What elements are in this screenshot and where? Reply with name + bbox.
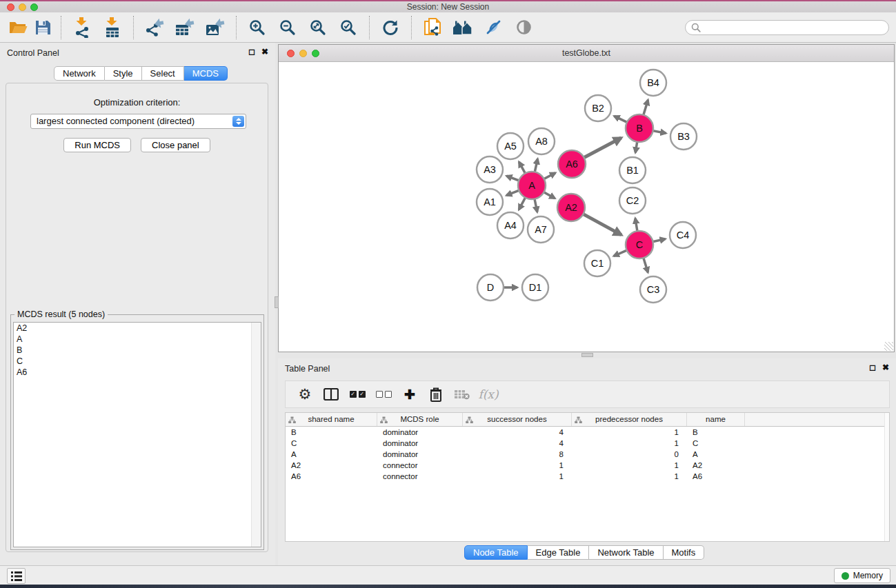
result-list-item[interactable]: A2 bbox=[14, 323, 261, 334]
tab-motifs[interactable]: Motifs bbox=[664, 545, 705, 560]
tab-network-table[interactable]: Network Table bbox=[589, 545, 663, 560]
table-scrollbar[interactable] bbox=[884, 413, 889, 541]
column-header-predecessor-nodes[interactable]: predecessor nodes bbox=[572, 413, 687, 426]
optimization-criterion-dropdown[interactable]: largest connected component (directed) bbox=[30, 114, 246, 129]
window-resize-grip[interactable] bbox=[884, 342, 893, 351]
table-header-row[interactable]: shared nameMCDS rolesuccessor nodesprede… bbox=[286, 413, 889, 427]
add-column-button[interactable]: ✚ bbox=[401, 385, 418, 403]
zoom-in-button[interactable] bbox=[242, 16, 272, 39]
table-cell[interactable]: A bbox=[687, 449, 745, 460]
column-header-successor-nodes[interactable]: successor nodes bbox=[463, 413, 572, 426]
table-cell[interactable]: 1 bbox=[572, 427, 687, 438]
export-image-button[interactable] bbox=[200, 16, 230, 39]
split-view-button[interactable] bbox=[323, 385, 339, 403]
close-panel-button[interactable]: Close panel bbox=[141, 138, 210, 152]
clone-network-button[interactable] bbox=[417, 16, 448, 39]
network-node-C3[interactable]: C3 bbox=[640, 276, 666, 303]
network-close-button[interactable] bbox=[287, 50, 295, 57]
node-table[interactable]: shared nameMCDS rolesuccessor nodesprede… bbox=[285, 412, 890, 542]
network-node-B2[interactable]: B2 bbox=[585, 95, 611, 121]
network-window-titlebar[interactable]: testGlobe.txt bbox=[279, 45, 894, 62]
table-settings-button[interactable]: ⚙ bbox=[297, 385, 313, 403]
network-node-A5[interactable]: A5 bbox=[497, 133, 524, 159]
task-history-button[interactable] bbox=[7, 568, 26, 584]
export-table-button[interactable] bbox=[170, 16, 200, 39]
table-cell[interactable]: 4 bbox=[463, 438, 572, 449]
table-cell[interactable]: dominator bbox=[377, 438, 463, 449]
open-session-button[interactable] bbox=[6, 16, 30, 39]
result-list-item[interactable]: C bbox=[14, 356, 261, 367]
tab-network[interactable]: Network bbox=[54, 66, 105, 81]
import-table-button[interactable] bbox=[97, 16, 128, 39]
network-node-A7[interactable]: A7 bbox=[528, 216, 554, 243]
network-node-A6[interactable]: A6 bbox=[558, 150, 586, 178]
table-row[interactable]: Bdominator41B bbox=[286, 427, 889, 438]
search-box[interactable] bbox=[685, 20, 889, 35]
table-cell[interactable]: A6 bbox=[687, 471, 745, 482]
tab-select[interactable]: Select bbox=[142, 66, 184, 81]
edge-A2-C[interactable] bbox=[581, 213, 621, 234]
table-cell[interactable]: A6 bbox=[286, 471, 377, 482]
mcds-result-list[interactable]: A2ABCA6 bbox=[13, 322, 261, 547]
edge-A6-B[interactable] bbox=[582, 138, 621, 159]
table-cell[interactable]: 4 bbox=[463, 427, 572, 438]
table-row[interactable]: A2connector11A2 bbox=[286, 460, 889, 471]
tab-edge-table[interactable]: Edge Table bbox=[528, 545, 590, 560]
zoom-selected-button[interactable] bbox=[333, 16, 364, 39]
table-cell[interactable]: C bbox=[286, 438, 377, 449]
column-header-shared-name[interactable]: shared name bbox=[286, 413, 377, 426]
result-list-item[interactable]: A bbox=[14, 334, 261, 345]
network-node-B1[interactable]: B1 bbox=[619, 157, 646, 183]
select-all-button[interactable]: ✓✓ bbox=[349, 385, 366, 403]
table-cell[interactable]: 1 bbox=[572, 460, 687, 471]
network-node-D1[interactable]: D1 bbox=[522, 274, 548, 301]
result-list-item[interactable]: B bbox=[14, 345, 261, 356]
table-cell[interactable]: 1 bbox=[463, 460, 572, 471]
column-header-mcds-role[interactable]: MCDS role bbox=[377, 413, 463, 426]
zoom-out-button[interactable] bbox=[272, 16, 303, 39]
show-graphics-details-button[interactable] bbox=[508, 16, 539, 39]
table-cell[interactable]: 1 bbox=[572, 471, 687, 482]
table-cell[interactable]: 1 bbox=[463, 471, 572, 482]
network-node-A2[interactable]: A2 bbox=[557, 194, 585, 221]
network-node-A[interactable]: A bbox=[518, 172, 546, 199]
network-node-B4[interactable]: B4 bbox=[640, 70, 666, 96]
result-list-scrollbar[interactable] bbox=[251, 323, 261, 547]
search-input[interactable] bbox=[701, 21, 888, 34]
table-row[interactable]: A6connector11A6 bbox=[286, 471, 889, 482]
memory-button[interactable]: Memory bbox=[834, 568, 890, 583]
table-cell[interactable]: connector bbox=[377, 460, 463, 471]
result-list-item[interactable]: A6 bbox=[14, 367, 261, 378]
home-button[interactable] bbox=[448, 16, 478, 39]
column-header-name[interactable]: name bbox=[687, 413, 745, 426]
run-mcds-button[interactable]: Run MCDS bbox=[63, 138, 131, 152]
table-cell[interactable]: 0 bbox=[572, 449, 687, 460]
network-node-A3[interactable]: A3 bbox=[477, 156, 503, 183]
table-cell[interactable]: connector bbox=[377, 471, 463, 482]
refresh-button[interactable] bbox=[375, 16, 406, 39]
tab-style[interactable]: Style bbox=[105, 66, 142, 81]
network-node-C4[interactable]: C4 bbox=[670, 222, 696, 248]
horizontal-splitter-handle[interactable] bbox=[581, 353, 593, 357]
network-node-A8[interactable]: A8 bbox=[528, 128, 555, 154]
table-row[interactable]: Cdominator41C bbox=[286, 438, 889, 449]
table-cell[interactable]: A2 bbox=[687, 460, 745, 471]
zoom-window-button[interactable] bbox=[30, 3, 38, 11]
close-window-button[interactable] bbox=[7, 3, 14, 11]
table-row[interactable]: Adominator80A bbox=[286, 449, 889, 460]
tab-mcds[interactable]: MCDS bbox=[184, 66, 228, 81]
network-node-C2[interactable]: C2 bbox=[619, 187, 646, 214]
export-network-button[interactable] bbox=[139, 16, 170, 39]
close-panel-icon[interactable]: ✖ bbox=[261, 47, 268, 57]
table-cell[interactable]: B bbox=[286, 427, 377, 438]
import-network-button[interactable] bbox=[67, 16, 97, 39]
network-zoom-button[interactable] bbox=[312, 50, 319, 57]
network-node-A1[interactable]: A1 bbox=[477, 189, 503, 215]
table-cell[interactable]: A bbox=[286, 449, 377, 460]
minimize-window-button[interactable] bbox=[19, 3, 26, 11]
save-session-button[interactable] bbox=[30, 16, 55, 39]
table-cell[interactable]: B bbox=[687, 427, 745, 438]
network-node-B3[interactable]: B3 bbox=[670, 123, 697, 150]
float-panel-icon[interactable]: ◻ bbox=[248, 47, 255, 57]
network-node-A4[interactable]: A4 bbox=[497, 212, 524, 239]
